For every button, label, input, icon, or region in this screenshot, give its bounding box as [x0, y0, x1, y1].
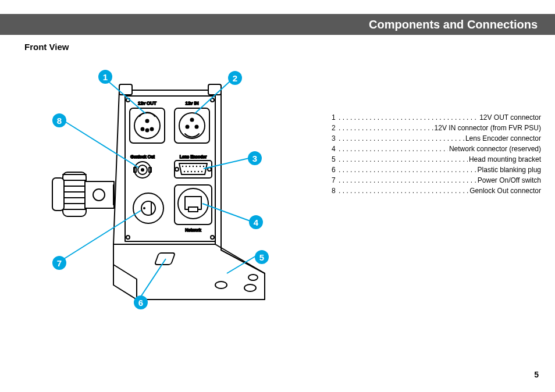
svg-point-32	[196, 166, 197, 167]
svg-text:Lens Encoder: Lens Encoder	[180, 154, 207, 159]
legend-dots	[339, 144, 448, 152]
callout-2-num: 2	[233, 73, 237, 83]
callout-6-num: 6	[138, 298, 143, 308]
callout-8-num: 8	[57, 116, 62, 126]
svg-rect-53	[52, 178, 64, 211]
callout-2: 2	[228, 71, 242, 85]
svg-rect-6	[208, 84, 221, 95]
svg-point-36	[187, 171, 188, 172]
callout-1-num: 1	[103, 72, 108, 82]
page-number: 5	[534, 370, 539, 379]
legend-desc: Head mounting bracket	[468, 154, 541, 165]
legend-desc: 12V OUT connector	[478, 112, 541, 123]
svg-point-15	[179, 113, 205, 138]
front-view-diagram: 12v OUT 12v IN Genlock Out	[35, 58, 303, 326]
legend-row: 8 Genlock Out connector	[332, 186, 541, 196]
legend-num: 7	[332, 175, 339, 186]
legend-dots	[339, 165, 476, 173]
svg-point-34	[203, 166, 204, 167]
svg-point-40	[201, 171, 202, 172]
callout-4-num: 4	[254, 218, 258, 227]
legend-dots	[339, 133, 464, 141]
header-bar: Components and Connections	[0, 14, 555, 35]
header-title: Components and Connections	[369, 18, 538, 31]
svg-point-17	[186, 125, 190, 129]
legend-dots	[339, 154, 468, 162]
callout-4: 4	[249, 215, 263, 229]
legend-row: 2 12V IN connector (from FVR PSU)	[332, 123, 541, 133]
callout-3-num: 3	[252, 154, 257, 163]
svg-text:Genlock Out: Genlock Out	[130, 154, 155, 159]
legend-row: 3 Lens Encoder connector	[332, 133, 541, 144]
legend-desc: Lens Encoder connector	[464, 133, 541, 144]
svg-point-35	[184, 171, 185, 172]
legend-list: 1 12V OUT connector 2 12V IN connector (…	[332, 112, 541, 196]
legend-num: 2	[332, 123, 339, 133]
svg-text:12v IN: 12v IN	[185, 101, 198, 106]
svg-point-37	[191, 171, 192, 172]
legend-desc: Genlock Out connector	[468, 186, 541, 196]
legend-row: 5 Head mounting bracket	[332, 154, 541, 165]
legend-desc: Power On/Off switch	[476, 175, 541, 186]
callout-7-num: 7	[57, 258, 62, 268]
legend-desc: Network connector (reserved)	[448, 144, 541, 154]
legend-row: 4 Network connector (reserved)	[332, 144, 541, 154]
legend-dots	[339, 175, 476, 183]
legend-num: 5	[332, 154, 339, 165]
svg-point-28	[182, 166, 183, 167]
svg-point-11	[146, 129, 149, 132]
callout-5-num: 5	[259, 252, 264, 262]
svg-point-31	[193, 166, 194, 167]
legend-dots	[339, 186, 468, 194]
callout-7: 7	[52, 256, 66, 270]
callout-5: 5	[255, 250, 269, 264]
callout-6: 6	[134, 295, 148, 309]
callout-3: 3	[248, 151, 262, 165]
svg-point-8	[134, 113, 160, 138]
svg-point-12	[151, 128, 154, 131]
svg-point-19	[190, 118, 194, 122]
svg-text:Network: Network	[185, 227, 201, 233]
legend-desc: 12V IN connector (from FVR PSU)	[433, 123, 541, 133]
callout-1: 1	[98, 70, 112, 84]
svg-rect-46	[188, 207, 198, 212]
callout-8: 8	[52, 113, 66, 127]
svg-point-13	[146, 120, 149, 123]
svg-point-51	[143, 207, 145, 209]
svg-text:12v OUT: 12v OUT	[138, 101, 156, 106]
legend-row: 1 12V OUT connector	[332, 112, 541, 123]
svg-point-10	[141, 128, 144, 131]
legend-num: 1	[332, 112, 339, 123]
svg-point-23	[141, 168, 144, 172]
legend-num: 8	[332, 186, 339, 196]
svg-point-18	[195, 125, 199, 129]
legend-num: 6	[332, 165, 339, 175]
svg-point-30	[189, 166, 190, 167]
svg-point-33	[200, 166, 201, 167]
svg-point-38	[194, 171, 195, 172]
legend-num: 4	[332, 144, 339, 154]
device-drawing: 12v OUT 12v IN Genlock Out	[35, 58, 303, 326]
legend-dots	[339, 123, 433, 131]
legend-dots	[339, 112, 478, 120]
legend-num: 3	[332, 133, 339, 144]
legend-row: 6 Plastic blanking plug	[332, 165, 541, 175]
svg-point-39	[198, 171, 199, 172]
legend-desc: Plastic blanking plug	[476, 165, 541, 175]
section-title: Front View	[24, 42, 69, 52]
legend-row: 7 Power On/Off switch	[332, 175, 541, 186]
svg-point-29	[186, 166, 187, 167]
svg-point-55	[93, 189, 105, 201]
